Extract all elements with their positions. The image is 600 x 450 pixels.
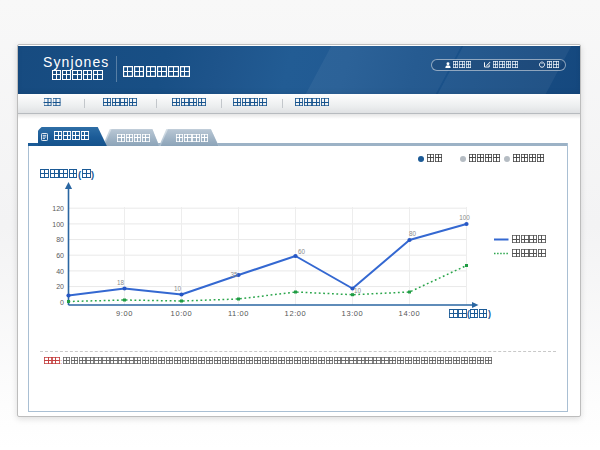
- svg-text:100: 100: [52, 221, 64, 228]
- svg-text:0: 0: [60, 299, 64, 306]
- svg-text:14:00: 14:00: [399, 309, 421, 318]
- svg-text:10: 10: [174, 285, 182, 292]
- svg-text:20: 20: [56, 283, 64, 290]
- svg-text:35: 35: [230, 271, 238, 278]
- svg-text:13:00: 13:00: [342, 309, 364, 318]
- svg-text:10:00: 10:00: [171, 309, 193, 318]
- svg-text:9:00: 9:00: [116, 309, 133, 318]
- svg-text:80: 80: [409, 230, 417, 237]
- svg-text:100: 100: [459, 214, 470, 221]
- svg-text:80: 80: [56, 236, 64, 243]
- svg-text:18: 18: [117, 279, 125, 286]
- svg-text:12:00: 12:00: [285, 309, 307, 318]
- svg-text:11:00: 11:00: [228, 309, 249, 318]
- svg-text:10: 10: [354, 287, 362, 294]
- svg-text:60: 60: [298, 248, 306, 255]
- svg-text:60: 60: [56, 252, 64, 259]
- svg-text:120: 120: [52, 205, 64, 212]
- svg-text:40: 40: [56, 268, 64, 275]
